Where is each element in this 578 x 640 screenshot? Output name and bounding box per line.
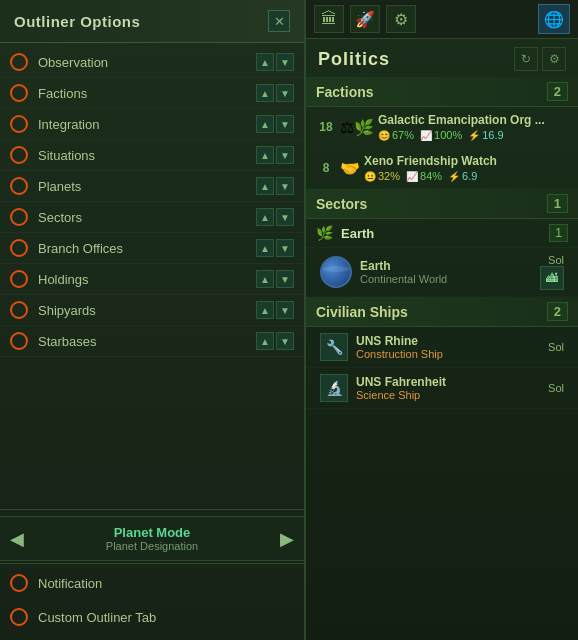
indicator-planets: [10, 177, 28, 195]
ship-row-rhine[interactable]: 🔧 UNS Rhine Construction Ship Sol: [306, 327, 578, 368]
planet-mode-text: Planet Mode Planet Designation: [106, 525, 198, 552]
power-value-0: 16.9: [482, 129, 503, 141]
faction-item-0[interactable]: 18 ⚖🌿 Galactic Emancipation Org ... 😊 67…: [306, 107, 578, 148]
top-toolbar: 🏛 🚀 ⚙ 🌐: [306, 0, 578, 39]
power-icon-1: ⚡: [448, 171, 460, 182]
divider: [0, 563, 304, 564]
sidebar-item-situations[interactable]: Situations ▲ ▼: [0, 140, 304, 171]
arrows-factions: ▲ ▼: [256, 84, 294, 102]
bottom-section: ◀ Planet Mode Planet Designation ▶ Notif…: [0, 509, 304, 640]
close-button[interactable]: ✕: [268, 10, 290, 32]
sidebar-item-starbases[interactable]: Starbases ▲ ▼: [0, 326, 304, 357]
label-notification: Notification: [38, 576, 294, 591]
arrow-up-starbases[interactable]: ▲: [256, 332, 274, 350]
sidebar-item-notification[interactable]: Notification: [0, 566, 304, 600]
sidebar-item-custom-tab[interactable]: Custom Outliner Tab: [0, 600, 304, 634]
sectors-count: 1: [547, 194, 568, 213]
sidebar-item-branch-offices[interactable]: Branch Offices ▲ ▼: [0, 233, 304, 264]
factions-section-header: Factions 2: [306, 77, 578, 107]
arrows-planets: ▲ ▼: [256, 177, 294, 195]
earth-subsector-name: Earth: [341, 226, 374, 241]
planet-row-earth[interactable]: Earth Continental World Sol 🏙: [306, 248, 578, 297]
label-custom-tab: Custom Outliner Tab: [38, 610, 294, 625]
politics-title-text: Politics: [318, 49, 390, 70]
label-holdings: Holdings: [38, 272, 256, 287]
planet-info-earth: Earth Continental World: [360, 259, 532, 285]
politics-actions: ↻ ⚙: [514, 47, 566, 71]
label-observation: Observation: [38, 55, 256, 70]
faction-stat-happiness-0: 😊 67%: [378, 129, 414, 141]
ship-row-fahrenheit[interactable]: 🔬 UNS Fahrenheit Science Ship Sol: [306, 368, 578, 409]
refresh-button[interactable]: ↻: [514, 47, 538, 71]
arrow-up-planets[interactable]: ▲: [256, 177, 274, 195]
arrow-down-holdings[interactable]: ▼: [276, 270, 294, 288]
earth-subsector-row[interactable]: 🌿 Earth 1: [306, 219, 578, 248]
arrow-up-sectors[interactable]: ▲: [256, 208, 274, 226]
left-panel: Outliner Options ✕ Observation ▲ ▼ Facti…: [0, 0, 305, 640]
planet-mode-section: ◀ Planet Mode Planet Designation ▶: [0, 516, 304, 561]
arrow-up-integration[interactable]: ▲: [256, 115, 274, 133]
arrow-up-holdings[interactable]: ▲: [256, 270, 274, 288]
planet-name-earth: Earth: [360, 259, 532, 273]
indicator-factions: [10, 84, 28, 102]
planet-action-earth[interactable]: 🏙: [540, 266, 564, 290]
arrow-up-situations[interactable]: ▲: [256, 146, 274, 164]
arrow-down-starbases[interactable]: ▼: [276, 332, 294, 350]
arrow-up-shipyards[interactable]: ▲: [256, 301, 274, 319]
arrow-down-planets[interactable]: ▼: [276, 177, 294, 195]
faction-number-0: 18: [316, 120, 336, 134]
planet-next-button[interactable]: ▶: [280, 528, 294, 550]
arrows-branch-offices: ▲ ▼: [256, 239, 294, 257]
ship-icon-rhine: 🔧: [320, 333, 348, 361]
toolbar-icon-gear[interactable]: ⚙: [386, 5, 416, 33]
sidebar-item-planets[interactable]: Planets ▲ ▼: [0, 171, 304, 202]
arrow-up-factions[interactable]: ▲: [256, 84, 274, 102]
civilian-ships-count: 2: [547, 302, 568, 321]
happiness-icon-0: 😊: [378, 130, 390, 141]
indicator-situations: [10, 146, 28, 164]
toolbar-globe-button[interactable]: 🌐: [538, 4, 570, 34]
sidebar-item-integration[interactable]: Integration ▲ ▼: [0, 109, 304, 140]
arrow-down-sectors[interactable]: ▼: [276, 208, 294, 226]
earth-subsector-count: 1: [549, 224, 568, 242]
right-panel: 🏛 🚀 ⚙ 🌐 Politics ↻ ⚙ Factions 2 18 ⚖🌿 Ga…: [305, 0, 578, 640]
panel-title-text: Outliner Options: [14, 13, 140, 30]
label-planets: Planets: [38, 179, 256, 194]
arrows-observation: ▲ ▼: [256, 53, 294, 71]
toolbar-icon-building[interactable]: 🏛: [314, 5, 344, 33]
ship-type-rhine: Construction Ship: [356, 348, 540, 360]
planet-location-earth: Sol: [540, 254, 564, 266]
planet-thumbnail-earth: [320, 256, 352, 288]
sidebar-item-shipyards[interactable]: Shipyards ▲ ▼: [0, 295, 304, 326]
label-integration: Integration: [38, 117, 256, 132]
arrow-down-observation[interactable]: ▼: [276, 53, 294, 71]
arrow-down-shipyards[interactable]: ▼: [276, 301, 294, 319]
arrow-down-integration[interactable]: ▼: [276, 115, 294, 133]
indicator-custom-tab: [10, 608, 28, 626]
planet-mode-label: Planet Mode: [106, 525, 198, 540]
arrow-up-observation[interactable]: ▲: [256, 53, 274, 71]
sidebar-item-factions[interactable]: Factions ▲ ▼: [0, 78, 304, 109]
planet-type-earth: Continental World: [360, 273, 532, 285]
label-branch-offices: Branch Offices: [38, 241, 256, 256]
happiness-icon-1: 😐: [364, 171, 376, 182]
sidebar-item-observation[interactable]: Observation ▲ ▼: [0, 47, 304, 78]
arrow-down-branch-offices[interactable]: ▼: [276, 239, 294, 257]
ship-info-fahrenheit: UNS Fahrenheit Science Ship: [356, 375, 540, 401]
arrow-down-factions[interactable]: ▼: [276, 84, 294, 102]
ship-info-rhine: UNS Rhine Construction Ship: [356, 334, 540, 360]
planet-prev-button[interactable]: ◀: [10, 528, 24, 550]
arrows-integration: ▲ ▼: [256, 115, 294, 133]
toolbar-icon-ship[interactable]: 🚀: [350, 5, 380, 33]
civilian-ships-section-header: Civilian Ships 2: [306, 297, 578, 327]
faction-stats-1: 😐 32% 📈 84% ⚡ 6.9: [364, 170, 568, 182]
sidebar-item-holdings[interactable]: Holdings ▲ ▼: [0, 264, 304, 295]
arrows-starbases: ▲ ▼: [256, 332, 294, 350]
arrows-holdings: ▲ ▼: [256, 270, 294, 288]
arrow-up-branch-offices[interactable]: ▲: [256, 239, 274, 257]
faction-item-1[interactable]: 8 🤝 Xeno Friendship Watch 😐 32% 📈 84% ⚡: [306, 148, 578, 189]
settings-button[interactable]: ⚙: [542, 47, 566, 71]
ship-location-fahrenheit: Sol: [548, 382, 564, 394]
sidebar-item-sectors[interactable]: Sectors ▲ ▼: [0, 202, 304, 233]
arrow-down-situations[interactable]: ▼: [276, 146, 294, 164]
